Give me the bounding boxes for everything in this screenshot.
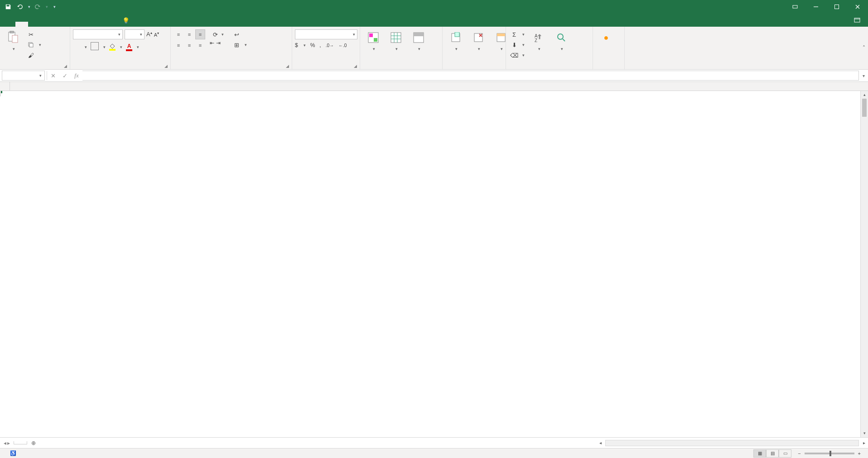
cancel-formula-button[interactable]: ✕ <box>47 72 59 79</box>
insert-cells-button[interactable]: ▾ <box>445 29 466 52</box>
decrease-decimal-button[interactable]: ←.0 <box>338 43 347 48</box>
align-right-button[interactable]: ≡ <box>195 40 205 50</box>
sort-filter-button[interactable]: AZ▾ <box>528 29 549 52</box>
sheet-tab-sheet1[interactable] <box>14 441 27 444</box>
align-bottom-button[interactable]: ≡ <box>195 29 205 39</box>
font-size-select[interactable]: ▾ <box>125 29 145 39</box>
horizontal-scrollbar[interactable] <box>605 440 859 446</box>
comma-format-button[interactable]: , <box>319 42 321 48</box>
undo-dropdown-icon[interactable]: ▾ <box>27 5 30 9</box>
number-launcher-icon[interactable]: ◢ <box>354 64 357 68</box>
tell-me-search[interactable]: 💡 <box>117 14 138 27</box>
cut-button[interactable]: ✂ <box>25 29 43 39</box>
maximize-button[interactable] <box>826 0 847 14</box>
align-center-button[interactable]: ≡ <box>184 40 194 50</box>
redo-dropdown-icon[interactable]: ▾ <box>45 5 48 9</box>
share-button[interactable] <box>846 14 868 27</box>
zoom-out-button[interactable]: − <box>798 451 800 456</box>
zoom-in-button[interactable]: + <box>858 451 861 456</box>
vertical-scrollbar[interactable]: ▴ ▾ <box>860 91 868 437</box>
format-painter-button[interactable]: 🖌 <box>25 50 43 60</box>
save-icon[interactable] <box>4 2 13 11</box>
align-left-button[interactable]: ≡ <box>174 40 183 50</box>
merge-dropdown-icon[interactable]: ▾ <box>244 43 247 47</box>
zoom-slider[interactable] <box>805 453 854 454</box>
fill-color-button[interactable] <box>109 43 116 51</box>
hscroll-right-icon[interactable]: ▸ <box>860 440 868 445</box>
paste-dropdown-icon[interactable]: ▾ <box>12 47 15 51</box>
format-as-table-button[interactable]: ▾ <box>386 29 406 52</box>
autosum-button[interactable]: Σ▾ <box>509 29 526 39</box>
tab-insert[interactable] <box>28 22 41 27</box>
clipboard-launcher-icon[interactable]: ◢ <box>64 64 67 68</box>
sheet-nav-next-icon[interactable]: ▸ <box>7 440 10 446</box>
tab-file[interactable] <box>3 22 15 27</box>
font-name-select[interactable]: ▾ <box>73 29 123 39</box>
addins-button[interactable]: ● <box>596 29 617 47</box>
orientation-button[interactable]: ⟳▾ <box>210 29 226 39</box>
borders-button[interactable] <box>91 42 99 52</box>
collapse-ribbon-button[interactable]: ˄ <box>863 45 865 51</box>
percent-format-button[interactable]: % <box>310 42 315 48</box>
merge-center-button[interactable]: ⊞▾ <box>231 40 249 50</box>
scroll-up-icon[interactable]: ▴ <box>861 91 868 99</box>
ribbon-display-options-icon[interactable] <box>785 0 805 14</box>
font-color-button[interactable]: A <box>126 43 132 51</box>
fill-dropdown-icon[interactable]: ▾ <box>119 45 122 49</box>
find-select-button[interactable]: ▾ <box>551 29 572 52</box>
tab-data[interactable] <box>66 22 79 27</box>
normal-view-button[interactable]: ▦ <box>753 449 766 458</box>
increase-font-icon[interactable]: A▴ <box>146 31 152 38</box>
copy-button[interactable]: ▾ <box>25 40 43 50</box>
chart-object[interactable] <box>0 91 1 96</box>
insert-function-button[interactable]: fx <box>71 72 82 79</box>
tab-formulas[interactable] <box>53 22 66 27</box>
align-middle-button[interactable]: ≡ <box>184 29 194 39</box>
sheet-nav-prev-icon[interactable]: ◂ <box>4 440 6 446</box>
decrease-indent-button[interactable]: ⇤ <box>210 40 214 46</box>
scroll-thumb[interactable] <box>862 99 867 117</box>
tab-page-layout[interactable] <box>41 22 53 27</box>
font-color-dropdown-icon[interactable]: ▾ <box>136 45 139 49</box>
chevron-down-icon[interactable]: ▾ <box>521 53 525 57</box>
tab-home[interactable] <box>15 22 28 27</box>
copy-dropdown-icon[interactable]: ▾ <box>38 43 41 47</box>
qat-customize-icon[interactable]: ▾ <box>51 5 56 9</box>
scroll-down-icon[interactable]: ▾ <box>861 429 868 437</box>
increase-indent-button[interactable]: ⇥ <box>216 40 221 46</box>
zoom-thumb[interactable] <box>829 451 831 456</box>
accounting-format-button[interactable]: $ <box>295 42 298 48</box>
decrease-font-icon[interactable]: A▾ <box>154 31 159 38</box>
increase-decimal-button[interactable]: .0→ <box>326 43 334 48</box>
chevron-down-icon[interactable]: ▾ <box>221 32 224 37</box>
enter-formula-button[interactable]: ✓ <box>59 72 71 79</box>
page-layout-view-button[interactable]: ▤ <box>766 449 779 458</box>
tab-view[interactable] <box>92 22 104 27</box>
close-button[interactable] <box>847 0 868 14</box>
expand-formula-bar-button[interactable]: ▾ <box>859 73 868 78</box>
cell-styles-button[interactable]: ▾ <box>408 29 429 52</box>
tab-help[interactable] <box>104 22 117 27</box>
alignment-launcher-icon[interactable]: ◢ <box>286 64 289 68</box>
paste-button[interactable]: ▾ <box>3 29 24 52</box>
chevron-down-icon[interactable]: ▾ <box>303 43 306 48</box>
page-break-view-button[interactable]: ▭ <box>779 449 791 458</box>
delete-cells-button[interactable]: ▾ <box>468 29 489 52</box>
fill-button[interactable]: ⬇▾ <box>509 40 526 50</box>
borders-dropdown-icon[interactable]: ▾ <box>102 45 106 49</box>
redo-icon[interactable] <box>33 2 42 11</box>
chevron-down-icon[interactable]: ▾ <box>521 32 525 37</box>
tab-review[interactable] <box>79 22 92 27</box>
new-sheet-button[interactable]: ⊕ <box>27 440 40 446</box>
name-box[interactable]: ▾ <box>2 71 45 81</box>
formula-input[interactable] <box>82 71 859 81</box>
undo-icon[interactable] <box>15 2 24 11</box>
select-all-button[interactable] <box>0 82 10 91</box>
align-top-button[interactable]: ≡ <box>174 29 183 39</box>
minimize-button[interactable] <box>805 0 826 14</box>
chevron-down-icon[interactable]: ▾ <box>521 43 525 47</box>
clear-button[interactable]: ⌫▾ <box>509 50 526 60</box>
conditional-formatting-button[interactable]: ▾ <box>363 29 384 52</box>
underline-dropdown-icon[interactable]: ▾ <box>84 45 87 49</box>
wrap-text-button[interactable]: ↩ <box>231 29 249 39</box>
